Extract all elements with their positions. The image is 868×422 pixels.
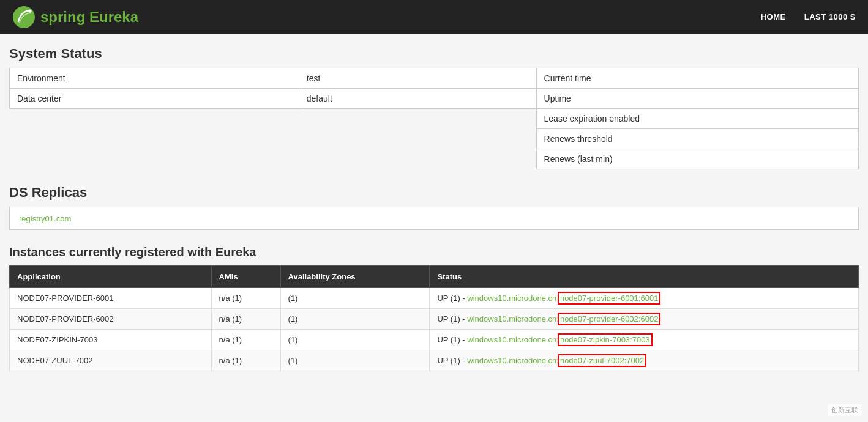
header: spring Eureka HOME LAST 1000 S bbox=[0, 0, 868, 34]
system-status-grid: Environment test Data center default Cur… bbox=[9, 68, 859, 169]
renews-last-min-label: Renews (last min) bbox=[536, 149, 858, 169]
svg-point-0 bbox=[13, 6, 35, 28]
cell-amis: n/a (1) bbox=[211, 330, 280, 350]
header-nav: HOME LAST 1000 S bbox=[761, 12, 856, 21]
cell-amis: n/a (1) bbox=[211, 350, 280, 371]
cell-app: NODE07-ZIPKIN-7003 bbox=[10, 330, 212, 350]
status-row-lease-expiration: Lease expiration enabled bbox=[536, 109, 858, 129]
table-header-row: Application AMIs Availability Zones Stat… bbox=[10, 266, 859, 288]
table-row: NODE07-PROVIDER-6002n/a (1)(1)UP (1) - w… bbox=[10, 309, 859, 330]
brand-eureka: Eureka bbox=[89, 9, 138, 25]
table-row: NODE07-ZUUL-7002n/a (1)(1)UP (1) - windo… bbox=[10, 350, 859, 371]
instance-name-link[interactable]: node07-provider-6001:6001 bbox=[559, 293, 659, 303]
cell-app: NODE07-PROVIDER-6002 bbox=[10, 309, 212, 330]
status-row-datacenter: Data center default bbox=[10, 89, 536, 109]
lease-expiration-label: Lease expiration enabled bbox=[536, 109, 858, 129]
brand-spring: spring bbox=[40, 9, 85, 25]
logo-area: spring Eureka bbox=[12, 6, 138, 29]
ds-replicas-link[interactable]: registry01.com bbox=[19, 214, 71, 223]
nav-last1000[interactable]: LAST 1000 S bbox=[804, 12, 856, 21]
status-row-uptime: Uptime bbox=[536, 89, 858, 109]
instance-prefix-link[interactable]: windows10.microdone.cn: bbox=[467, 314, 559, 324]
spring-logo-icon bbox=[12, 6, 36, 29]
col-amis: AMIs bbox=[211, 266, 280, 288]
dc-label: Data center bbox=[10, 89, 299, 109]
status-right-panel: Current time Uptime Lease expiration ena… bbox=[536, 68, 859, 169]
renews-threshold-label: Renews threshold bbox=[536, 129, 858, 149]
current-time-label: Current time bbox=[536, 68, 858, 89]
status-row-current-time: Current time bbox=[536, 68, 858, 89]
instance-name-link[interactable]: node07-zipkin-7003:7003 bbox=[559, 335, 651, 345]
nav-home[interactable]: HOME bbox=[761, 12, 786, 21]
status-row-renews-last-min: Renews (last min) bbox=[536, 149, 858, 169]
cell-zones: (1) bbox=[280, 309, 430, 330]
cell-zones: (1) bbox=[280, 330, 430, 350]
instance-name-link[interactable]: node07-zuul-7002:7002 bbox=[559, 355, 645, 366]
instances-title: Instances currently registered with Eure… bbox=[9, 245, 859, 259]
brand-text: spring Eureka bbox=[40, 9, 138, 26]
system-status-title: System Status bbox=[9, 46, 859, 62]
cell-status: UP (1) - windows10.microdone.cn:node07-p… bbox=[430, 288, 859, 309]
cell-status: UP (1) - windows10.microdone.cn:node07-z… bbox=[430, 330, 859, 350]
instance-name-link[interactable]: node07-provider-6002:6002 bbox=[559, 314, 659, 324]
cell-status: UP (1) - windows10.microdone.cn:node07-p… bbox=[430, 309, 859, 330]
instance-prefix-link[interactable]: windows10.microdone.cn: bbox=[467, 356, 559, 365]
col-availability-zones: Availability Zones bbox=[280, 266, 430, 288]
svg-point-1 bbox=[29, 9, 32, 12]
main-content: System Status Environment test Data cent… bbox=[0, 34, 868, 383]
table-row: NODE07-ZIPKIN-7003n/a (1)(1)UP (1) - win… bbox=[10, 330, 859, 350]
cell-app: NODE07-ZUUL-7002 bbox=[10, 350, 212, 371]
uptime-label: Uptime bbox=[536, 89, 858, 109]
col-application: Application bbox=[10, 266, 212, 288]
instance-prefix-link[interactable]: windows10.microdone.cn: bbox=[467, 335, 559, 344]
cell-app: NODE07-PROVIDER-6001 bbox=[10, 288, 212, 309]
cell-status: UP (1) - windows10.microdone.cn:node07-z… bbox=[430, 350, 859, 371]
ds-replicas-box: registry01.com bbox=[9, 207, 859, 230]
status-left-panel: Environment test Data center default bbox=[9, 68, 536, 169]
cell-amis: n/a (1) bbox=[211, 309, 280, 330]
status-up-text: UP (1) - bbox=[437, 294, 467, 303]
cell-zones: (1) bbox=[280, 288, 430, 309]
status-up-text: UP (1) - bbox=[437, 356, 467, 365]
cell-amis: n/a (1) bbox=[211, 288, 280, 309]
cell-zones: (1) bbox=[280, 350, 430, 371]
ds-replicas-title: DS Replicas bbox=[9, 185, 859, 201]
table-row: NODE07-PROVIDER-6001n/a (1)(1)UP (1) - w… bbox=[10, 288, 859, 309]
env-label: Environment bbox=[10, 68, 299, 89]
instance-prefix-link[interactable]: windows10.microdone.cn: bbox=[467, 294, 559, 303]
status-row-renews-threshold: Renews threshold bbox=[536, 129, 858, 149]
dc-value: default bbox=[299, 89, 536, 109]
instances-table: Application AMIs Availability Zones Stat… bbox=[9, 265, 859, 371]
status-up-text: UP (1) - bbox=[437, 314, 467, 324]
status-up-text: UP (1) - bbox=[437, 335, 467, 344]
env-value: test bbox=[299, 68, 536, 89]
status-row-environment: Environment test bbox=[10, 68, 536, 89]
col-status: Status bbox=[430, 266, 859, 288]
